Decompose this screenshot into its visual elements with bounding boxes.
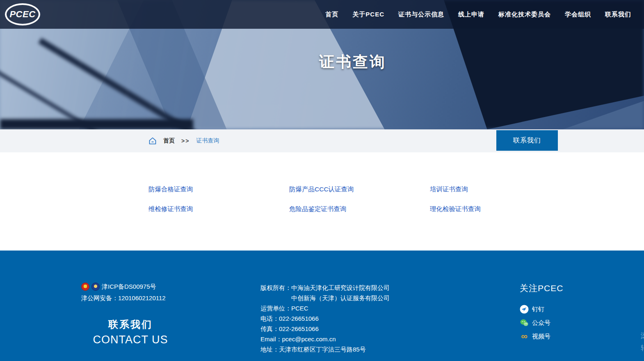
nav-item-contact[interactable]: 联系我们: [598, 11, 638, 18]
dingtalk-label: 钉钉: [532, 306, 544, 313]
fax-line: 传真：022-26651066: [260, 324, 400, 334]
top-header: PCEC 首页 关于PCEC 证书与公示信息 线上申请 标准化技术委员会 学会组…: [0, 0, 644, 29]
email-line[interactable]: Email：pcec@pcec.com.cn: [260, 334, 400, 344]
link-training-cert-query[interactable]: 培训证书查询: [430, 185, 571, 194]
dingtalk-icon: [520, 305, 529, 314]
contact-us-en: CONTACT US: [81, 333, 180, 346]
national-emblem-icon: [81, 283, 89, 291]
hero-banner: PCEC 首页 关于PCEC 证书与公示信息 线上申请 标准化技术委员会 学会组…: [0, 0, 644, 129]
edge-widget-line1: 滚: [641, 330, 644, 342]
social-wechat-video[interactable]: ∞ 视频号: [520, 332, 563, 341]
footer-contact-heading: 联系我们 CONTACT US: [81, 318, 180, 346]
nav-item-apply[interactable]: 线上申请: [451, 11, 491, 18]
link-dangerous-goods-cert-query[interactable]: 危险品鉴定证书查询: [289, 205, 430, 214]
link-physchem-cert-query[interactable]: 理化检验证书查询: [430, 205, 571, 214]
wechat-official-icon: [520, 318, 529, 327]
footer-follow-column: 关注PCEC 钉钉 公众号: [520, 283, 563, 361]
breadcrumb-bar: 首页 >> 证书查询 联系我们: [0, 129, 644, 152]
cert-links-grid: 防爆合格证查询 防爆产品CCC认证查询 培训证书查询 维检修证书查询 危险品鉴定…: [148, 185, 644, 214]
breadcrumb-home-label[interactable]: 首页: [163, 137, 175, 145]
infinity-glyph: ∞: [521, 332, 528, 340]
hero-shape: [0, 119, 193, 129]
home-icon: [148, 137, 157, 145]
logo-text: PCEC: [9, 9, 35, 20]
nav-item-certs[interactable]: 证书与公示信息: [391, 11, 451, 18]
address-line: 地址：天津市红桥区丁字沽三号路85号: [260, 344, 400, 354]
link-maintenance-cert-query[interactable]: 维检修证书查询: [148, 205, 289, 214]
icp-number[interactable]: 津ICP备DS00975号: [102, 283, 156, 291]
company-1: 中海油天津化工研究设计院有限公司: [291, 283, 390, 293]
footer-info-column: 版权所有： 中海油天津化工研究设计院有限公司 中创新海（天津）认证服务有限公司 …: [260, 283, 400, 361]
breadcrumb-home-link[interactable]: [148, 137, 157, 145]
edge-widget-line2: 转: [641, 342, 644, 354]
footer-registration-column: 津ICP备DS00975号 津公网安备：12010602120112 联系我们 …: [81, 283, 180, 361]
main-nav: 首页 关于PCEC 证书与公示信息 线上申请 标准化技术委员会 学会组织 联系我…: [318, 11, 638, 18]
link-ccc-cert-query[interactable]: 防爆产品CCC认证查询: [289, 185, 430, 194]
page-title: 证书查询: [0, 52, 644, 72]
copyright-line: 版权所有： 中海油天津化工研究设计院有限公司 中创新海（天津）认证服务有限公司: [260, 283, 400, 303]
link-explosionproof-cert-query[interactable]: 防爆合格证查询: [148, 185, 289, 194]
company-2: 中创新海（天津）认证服务有限公司: [291, 293, 390, 303]
social-dingtalk[interactable]: 钉钉: [520, 305, 563, 314]
page-footer: 津ICP备DS00975号 津公网安备：12010602120112 联系我们 …: [0, 251, 644, 361]
wechat-video-icon: ∞: [520, 332, 529, 341]
main-content: 防爆合格证查询 防爆产品CCC认证查询 培训证书查询 维检修证书查询 危险品鉴定…: [0, 152, 644, 251]
nav-item-home[interactable]: 首页: [318, 11, 345, 18]
breadcrumb-current[interactable]: 证书查询: [196, 137, 219, 145]
social-wechat-official[interactable]: 公众号: [520, 318, 563, 327]
nav-item-committee[interactable]: 标准化技术委员会: [491, 11, 558, 18]
contact-us-cn: 联系我们: [81, 318, 180, 331]
breadcrumb-separator: >>: [181, 138, 190, 144]
follow-pcec-title: 关注PCEC: [520, 283, 563, 294]
police-registration[interactable]: 津公网安备：12010602120112: [81, 294, 180, 302]
edge-floating-widget[interactable]: 滚 转: [641, 330, 644, 354]
police-badge-icon: [91, 283, 100, 291]
copyright-label: 版权所有：: [260, 283, 291, 303]
icp-line: 津ICP备DS00975号: [81, 283, 180, 291]
nav-item-society[interactable]: 学会组织: [558, 11, 598, 18]
nav-item-about[interactable]: 关于PCEC: [345, 11, 391, 18]
pcec-logo[interactable]: PCEC: [5, 3, 40, 25]
phone-line: 电话：022-26651066: [260, 313, 400, 324]
operator-line: 运营单位：PCEC: [260, 303, 400, 313]
wechat-video-label: 视频号: [532, 333, 550, 340]
copyright-companies: 中海油天津化工研究设计院有限公司 中创新海（天津）认证服务有限公司: [291, 283, 390, 303]
contact-us-button[interactable]: 联系我们: [496, 130, 558, 151]
wechat-official-label: 公众号: [532, 319, 550, 327]
